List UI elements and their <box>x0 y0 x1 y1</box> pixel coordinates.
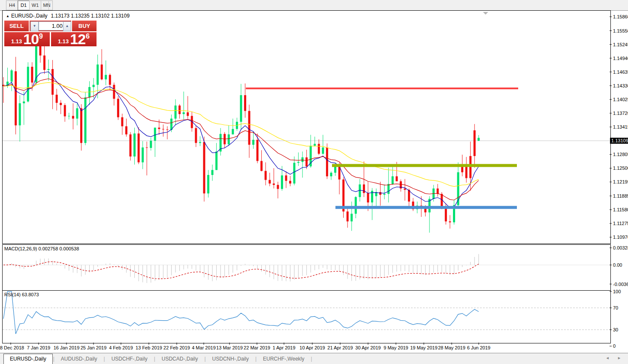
svg-text:22 Mar 2019: 22 Mar 2019 <box>244 345 270 350</box>
volume-decrease-icon[interactable]: ▼ <box>30 21 39 31</box>
svg-text:28 May 2019: 28 May 2019 <box>438 345 465 350</box>
mt4-window: H4 D1 W1 MN 1.158601.155501.152451.14940… <box>0 0 628 364</box>
symbol-tab-audusd[interactable]: AUDUSD-,Daily <box>55 354 103 364</box>
svg-text:1.14940: 1.14940 <box>613 56 628 61</box>
svg-text:9 May 2019: 9 May 2019 <box>383 345 408 350</box>
collapse-triangle-icon[interactable]: ▲ <box>6 14 9 18</box>
svg-text:1 Apr 2019: 1 Apr 2019 <box>272 345 295 350</box>
svg-text:13 Mar 2019: 13 Mar 2019 <box>216 345 243 350</box>
svg-text:7 Jan 2019: 7 Jan 2019 <box>27 345 50 350</box>
svg-text:1.12805: 1.12805 <box>613 152 628 157</box>
buy-price-quote[interactable]: 1.13 12 6 <box>51 32 97 46</box>
svg-text:1.13720: 1.13720 <box>613 111 628 116</box>
macd-panel[interactable] <box>2 244 611 291</box>
svg-text:1.13109: 1.13109 <box>611 138 628 143</box>
svg-text:1.15860: 1.15860 <box>613 14 628 19</box>
tab-separator: | <box>53 356 54 362</box>
svg-text:1.13415: 1.13415 <box>613 124 628 129</box>
tab-separator: | <box>255 356 257 362</box>
svg-text:13 Feb 2019: 13 Feb 2019 <box>136 345 162 350</box>
tab-separator: | <box>311 356 312 362</box>
symbol-tab-eurchf[interactable]: EURCHF-,Weekly <box>257 354 310 364</box>
chart-header: ▲EURUSD-,Daily1.13173 1.13235 1.13102 1.… <box>6 13 130 19</box>
svg-text:25 Jan 2019: 25 Jan 2019 <box>81 345 107 350</box>
tf-h4-button[interactable]: H4 <box>6 0 18 10</box>
tf-d1-button[interactable]: D1 <box>18 0 30 10</box>
symbol-tab-usdchf[interactable]: USDCHF-,Daily <box>106 354 154 364</box>
chart-symbol-label: EURUSD-,Daily <box>11 13 48 19</box>
svg-text:1.15245: 1.15245 <box>613 42 628 47</box>
svg-text:1.11885: 1.11885 <box>613 193 628 199</box>
svg-text:1.11275: 1.11275 <box>613 221 628 226</box>
rsi-indicator-label: RSI(14) 63.8073 <box>4 292 39 297</box>
toolbar-separator <box>48 0 49 10</box>
svg-text:0: 0 <box>613 343 616 349</box>
tf-mn-button[interactable]: MN <box>41 0 53 10</box>
svg-text:1.14025: 1.14025 <box>613 97 628 102</box>
symbol-tabbar: EURUSD-,Daily|AUDUSD-,Daily|USDCHF-,Dail… <box>0 353 628 364</box>
tf-w1-button[interactable]: W1 <box>29 0 41 10</box>
tab-separator: | <box>204 356 205 362</box>
symbol-tab-eurusd[interactable]: EURUSD-,Daily <box>3 354 53 364</box>
rsi-panel[interactable] <box>2 290 611 343</box>
tab-separator: | <box>104 356 105 362</box>
svg-text:30: 30 <box>613 327 618 332</box>
svg-text:22 Feb 2019: 22 Feb 2019 <box>163 345 190 350</box>
timeframe-toolbar: H4 D1 W1 MN <box>0 0 628 11</box>
buy-price-pipette: 6 <box>86 33 90 40</box>
sell-price-quote[interactable]: 1.13 10 9 <box>4 32 50 46</box>
sell-price-pipette: 9 <box>39 33 43 40</box>
svg-text:1.11580: 1.11580 <box>613 207 628 212</box>
one-click-trade-panel: SELL ▼ 1.00 ▲ BUY 1.13 10 9 1.13 12 6 <box>4 21 97 46</box>
sell-price-prefix: 1.13 <box>11 38 22 45</box>
tab-separator: | <box>154 356 155 362</box>
svg-text:0.003287: 0.003287 <box>613 245 628 250</box>
svg-text:4 Feb 2019: 4 Feb 2019 <box>109 345 133 350</box>
sell-price-main: 10 <box>23 31 39 48</box>
svg-text:1.12500: 1.12500 <box>613 165 628 171</box>
svg-text:1.12195: 1.12195 <box>613 179 628 184</box>
svg-text:16 Jan 2019: 16 Jan 2019 <box>54 345 80 350</box>
svg-text:-0.003659: -0.003659 <box>613 282 628 287</box>
volume-increase-icon[interactable]: ▲ <box>63 21 71 31</box>
svg-text:30 Apr 2019: 30 Apr 2019 <box>355 345 380 350</box>
svg-text:4 Mar 2019: 4 Mar 2019 <box>192 345 216 350</box>
svg-text:100: 100 <box>613 289 621 294</box>
buy-button[interactable]: BUY <box>72 21 97 31</box>
chart-ohlc-values: 1.13173 1.13235 1.13102 1.13109 <box>51 13 130 19</box>
buy-price-prefix: 1.13 <box>58 38 69 45</box>
tab-scroll-arrows-icon[interactable]: ◄ ► <box>606 356 625 360</box>
svg-text:1.10970: 1.10970 <box>613 235 628 240</box>
svg-text:6 Jun 2019: 6 Jun 2019 <box>467 345 490 350</box>
macd-indicator-label: MACD(12,26,9) 0.002758 0.000538 <box>4 246 79 251</box>
svg-text:1.14635: 1.14635 <box>613 69 628 75</box>
sell-button[interactable]: SELL <box>4 21 29 31</box>
symbol-tab-usdcad[interactable]: USDCAD-,Daily <box>156 354 204 364</box>
symbol-tab-usdcnh[interactable]: USDCNH-,Daily <box>206 354 255 364</box>
svg-text:0.00: 0.00 <box>613 262 622 268</box>
symbol-tabs: EURUSD-,Daily|AUDUSD-,Daily|USDCHF-,Dail… <box>3 356 313 362</box>
svg-text:70: 70 <box>613 305 618 310</box>
svg-text:21 Apr 2019: 21 Apr 2019 <box>327 345 353 350</box>
svg-text:10 Apr 2019: 10 Apr 2019 <box>299 345 325 350</box>
volume-spinner: ▼ 1.00 ▲ <box>30 21 71 31</box>
svg-text:28 Dec 2018: 28 Dec 2018 <box>0 345 24 350</box>
svg-text:1.14330: 1.14330 <box>613 83 628 88</box>
buy-price-main: 12 <box>70 31 85 48</box>
svg-text:1.15550: 1.15550 <box>613 28 628 33</box>
svg-text:19 May 2019: 19 May 2019 <box>410 345 438 350</box>
volume-input[interactable]: 1.00 <box>39 21 65 30</box>
